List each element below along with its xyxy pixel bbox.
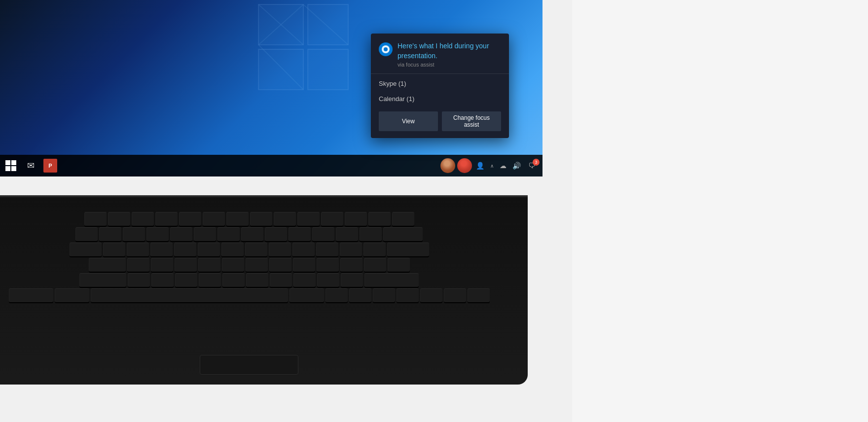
key-x[interactable] bbox=[151, 273, 174, 287]
key-k[interactable] bbox=[293, 258, 315, 272]
notification-tray-icon[interactable]: 🗨 3 bbox=[525, 160, 539, 172]
key-w[interactable] bbox=[127, 243, 149, 256]
key-equals[interactable] bbox=[360, 227, 382, 241]
key-backtick[interactable] bbox=[75, 227, 98, 241]
key-f4[interactable] bbox=[179, 212, 201, 226]
key-minus[interactable] bbox=[336, 227, 358, 241]
key-alt-right[interactable] bbox=[289, 288, 324, 302]
key-f12[interactable] bbox=[368, 212, 391, 226]
key-delete[interactable] bbox=[392, 212, 414, 226]
key-f6[interactable] bbox=[226, 212, 249, 226]
key-5[interactable] bbox=[194, 227, 216, 241]
cortana-title: Here's what I held during your presentat… bbox=[398, 41, 501, 61]
key-bracket-l[interactable] bbox=[340, 243, 362, 256]
tray-avatar-2[interactable] bbox=[457, 158, 472, 173]
key-f8[interactable] bbox=[274, 212, 296, 226]
key-f9[interactable] bbox=[297, 212, 320, 226]
svg-marker-2 bbox=[258, 49, 303, 90]
key-9[interactable] bbox=[289, 227, 311, 241]
tray-avatar-1[interactable] bbox=[440, 158, 455, 173]
key-u[interactable] bbox=[245, 243, 267, 256]
key-0[interactable] bbox=[312, 227, 334, 241]
key-8[interactable] bbox=[265, 227, 287, 241]
key-home[interactable] bbox=[326, 288, 348, 302]
mail-taskbar-icon[interactable]: ✉ bbox=[22, 157, 39, 175]
key-bracket-r[interactable] bbox=[363, 243, 386, 256]
key-y[interactable] bbox=[221, 243, 244, 256]
key-1[interactable] bbox=[99, 227, 121, 241]
svg-marker-3 bbox=[308, 49, 348, 90]
key-b[interactable] bbox=[222, 273, 245, 287]
key-period[interactable] bbox=[317, 273, 339, 287]
key-ctrl-left[interactable] bbox=[9, 288, 53, 302]
key-semicolon[interactable] bbox=[340, 258, 362, 272]
chevron-up-icon[interactable]: ∧ bbox=[488, 162, 496, 170]
key-f7[interactable] bbox=[250, 212, 272, 226]
key-4[interactable] bbox=[170, 227, 192, 241]
zxcv-row bbox=[0, 273, 513, 287]
key-n[interactable] bbox=[246, 273, 268, 287]
key-7[interactable] bbox=[241, 227, 263, 241]
key-j[interactable] bbox=[269, 258, 291, 272]
key-f5[interactable] bbox=[203, 212, 225, 226]
cloud-tray-icon[interactable]: ☁ bbox=[498, 161, 508, 171]
key-arrow-down[interactable] bbox=[444, 288, 466, 302]
people-tray-icon[interactable]: 👤 bbox=[474, 161, 486, 171]
key-q[interactable] bbox=[103, 243, 125, 256]
key-t[interactable] bbox=[198, 243, 220, 256]
key-v[interactable] bbox=[199, 273, 221, 287]
trackpad[interactable] bbox=[200, 355, 298, 375]
key-caps-lock[interactable] bbox=[89, 258, 126, 272]
start-button[interactable] bbox=[2, 157, 20, 175]
key-2[interactable] bbox=[123, 227, 145, 241]
key-h[interactable] bbox=[246, 258, 268, 272]
key-esc[interactable] bbox=[84, 212, 107, 226]
key-backslash[interactable] bbox=[388, 258, 410, 272]
key-r[interactable] bbox=[174, 243, 196, 256]
key-end[interactable] bbox=[373, 288, 395, 302]
key-s[interactable] bbox=[151, 258, 173, 272]
key-z[interactable] bbox=[128, 273, 150, 287]
key-slash[interactable] bbox=[341, 273, 363, 287]
key-i[interactable] bbox=[269, 243, 291, 256]
key-f1[interactable] bbox=[108, 212, 130, 226]
key-c[interactable] bbox=[175, 273, 197, 287]
key-3[interactable] bbox=[146, 227, 169, 241]
qwerty-row bbox=[0, 243, 513, 256]
key-arrow-left[interactable] bbox=[420, 288, 442, 302]
key-g[interactable] bbox=[222, 258, 244, 272]
key-fn[interactable] bbox=[397, 288, 419, 302]
powerpoint-taskbar-icon[interactable]: P bbox=[41, 157, 59, 175]
key-e[interactable] bbox=[150, 243, 173, 256]
key-arrow-up[interactable] bbox=[349, 288, 371, 302]
key-quote[interactable] bbox=[364, 258, 386, 272]
key-a[interactable] bbox=[127, 258, 149, 272]
key-f2[interactable] bbox=[132, 212, 154, 226]
key-p[interactable] bbox=[316, 243, 338, 256]
volume-tray-icon[interactable]: 🔊 bbox=[510, 161, 523, 171]
key-6[interactable] bbox=[217, 227, 240, 241]
cortana-popup: Here's what I held during your presentat… bbox=[371, 34, 509, 138]
key-f11[interactable] bbox=[345, 212, 367, 226]
key-backspace[interactable] bbox=[383, 227, 423, 241]
key-f[interactable] bbox=[198, 258, 220, 272]
key-space[interactable] bbox=[91, 288, 288, 302]
key-l[interactable] bbox=[317, 258, 339, 272]
taskbar-right: 👤 ∧ ☁ 🔊 🗨 3 bbox=[440, 158, 542, 173]
key-enter[interactable] bbox=[387, 243, 429, 256]
key-f10[interactable] bbox=[321, 212, 343, 226]
key-o[interactable] bbox=[292, 243, 315, 256]
key-comma[interactable] bbox=[293, 273, 316, 287]
change-focus-assist-button[interactable]: Change focus assist bbox=[442, 111, 501, 131]
svg-marker-1 bbox=[308, 4, 348, 45]
key-tab[interactable] bbox=[70, 243, 102, 256]
key-alt-left[interactable] bbox=[55, 288, 89, 302]
key-m[interactable] bbox=[270, 273, 292, 287]
key-d[interactable] bbox=[175, 258, 197, 272]
view-button[interactable]: View bbox=[379, 111, 438, 131]
key-shift-right[interactable] bbox=[364, 273, 419, 287]
key-arrow-right[interactable] bbox=[468, 288, 490, 302]
bottom-row bbox=[0, 288, 513, 302]
key-f3[interactable] bbox=[155, 212, 178, 226]
key-shift-left[interactable] bbox=[79, 273, 126, 287]
